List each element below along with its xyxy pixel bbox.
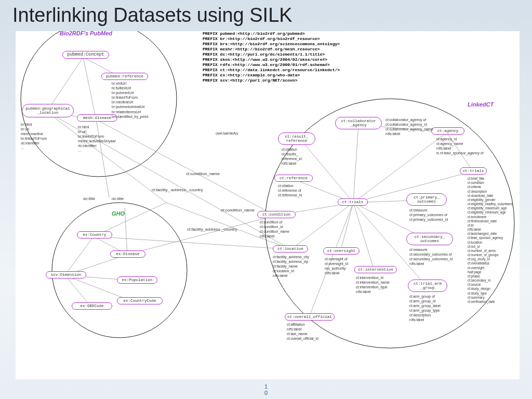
node-ct-overall: ct:overall_official bbox=[285, 313, 335, 321]
attrs-mesh-disease: br:html br:url br:linkedToFrom meshr:act… bbox=[78, 125, 116, 153]
node-ex-population: ex:Population bbox=[117, 276, 157, 284]
diagram-canvas: PREFIX pubmed:<http://bio2rdf.org/pubmed… bbox=[16, 31, 520, 379]
attrs-ct-condition: ct:condition of ct:condition_id ct:condi… bbox=[260, 220, 289, 238]
diagram-edges-svg bbox=[16, 31, 520, 379]
attrs-ct-result-ref: ct:citation ct:results_ reference_id rdf… bbox=[282, 147, 302, 166]
svg-line-29 bbox=[291, 203, 353, 249]
svg-point-1 bbox=[52, 203, 187, 338]
node-ct-location: ct:location bbox=[273, 245, 308, 252]
edge-dc-title-1: dc:title bbox=[83, 196, 95, 201]
group-title-gho: GHO bbox=[112, 210, 125, 217]
edge-ct-fac-addr: ct:facility_ address_ country bbox=[152, 188, 203, 192]
svg-line-23 bbox=[301, 140, 353, 203]
svg-line-18 bbox=[125, 208, 127, 255]
node-ex-countrycode: ex:CountryCode bbox=[117, 297, 163, 304]
edge-ct-cond-name-1: ct:condition_name bbox=[186, 171, 220, 176]
node-ct-oversight: ct:oversight bbox=[323, 247, 360, 255]
node-ct-agency: ct:agency bbox=[431, 127, 464, 135]
node-ex-country: ex:Country bbox=[77, 231, 112, 238]
attrs-ct-collab: ct:collaborator_agency of ct:collaborato… bbox=[385, 117, 433, 136]
attrs-ct-reference: ct:citation ct:reference of ct:reference… bbox=[278, 183, 302, 197]
svg-line-14 bbox=[127, 216, 275, 255]
attrs-ct-secondary: ct:measure ct:secondary_outcomes of ct:s… bbox=[409, 247, 453, 266]
svg-line-30 bbox=[340, 203, 353, 252]
node-ct-trials-right: ct:trials bbox=[460, 167, 487, 175]
group-title-linkedct: LinkedCT bbox=[468, 101, 494, 108]
svg-line-5 bbox=[83, 57, 96, 119]
svg-line-13 bbox=[96, 119, 275, 216]
svg-line-11 bbox=[65, 275, 91, 307]
page-number-bottom: 0 bbox=[264, 390, 268, 396]
node-scv-dimension: scv:Dimension bbox=[46, 271, 86, 278]
svg-line-24 bbox=[353, 132, 447, 203]
node-pubmed-reference: pubmed:reference bbox=[101, 73, 148, 80]
node-ct-trials-center: ct:trials bbox=[338, 198, 368, 206]
edge-ct-fac-addr-2: ct:facility_address _country bbox=[187, 228, 237, 232]
node-ct-result-ref: ct:result_ reference bbox=[278, 132, 315, 145]
svg-line-31 bbox=[353, 203, 374, 270]
svg-line-22 bbox=[353, 125, 358, 203]
attrs-pubmed-geo: br:html br:url mesh:inactive br:linkedTo… bbox=[21, 122, 47, 151]
node-ex-disease: ex:Disease bbox=[110, 250, 145, 258]
page-title: Interlinking Datasets using SILK bbox=[12, 4, 292, 26]
prefix-declarations: PREFIX pubmed:<http://bio2rdf.org/pubmed… bbox=[203, 31, 340, 83]
attrs-ct-location: ct:facility_address_city ct:facility_add… bbox=[273, 255, 309, 278]
edge-dc-title-2: dc:title bbox=[112, 196, 124, 201]
svg-line-8 bbox=[65, 236, 94, 275]
attrs-pubmed-ref: br:xmlUrl br:fulltextUrl br:pubmedUrl br… bbox=[112, 81, 148, 119]
edge-owl-sameas: owl:sameAs bbox=[216, 131, 238, 136]
edge-ct-cond-name-2: ct:condition_name bbox=[221, 208, 255, 212]
group-title-bio2rdf: Bio2RDF's PubMed bbox=[60, 30, 112, 36]
attrs-ct-agency: ct:agency_id ct:agency_name rdfs:label i… bbox=[436, 137, 484, 155]
page-number-top: 1 bbox=[264, 383, 268, 390]
attrs-ct-oversight: ct:oversight of ct:oversight_id mo_autho… bbox=[325, 257, 348, 275]
node-ct-intervention: ct:intervention bbox=[354, 266, 397, 273]
attrs-ct-trial-arm: ct:arm_group of ct:arm_group_id ct:arm_g… bbox=[409, 294, 441, 323]
node-ct-collab: ct:collaborator _agency bbox=[335, 117, 382, 129]
attrs-ct-intervention: ct:intervention_id ct:intervention_name … bbox=[356, 275, 390, 294]
attrs-ct-overall: ct:affiliation rdfs:label ct:last_name c… bbox=[287, 322, 318, 341]
node-ct-reference: ct:reference bbox=[274, 175, 313, 182]
node-ex-gbdcode: ex:GBDCode bbox=[72, 302, 112, 310]
node-pubmed-concept: pubmed:Concept bbox=[62, 51, 109, 59]
node-ct-condition: ct:condition bbox=[257, 211, 296, 218]
attrs-ct-primary: ct:measure ct:primary_outcomes of ct:pri… bbox=[409, 208, 448, 222]
node-ct-secondary: ct:secondary_ outcomes bbox=[406, 233, 453, 245]
node-pubmed-geo: pubmed:geographical _location bbox=[22, 104, 74, 117]
node-ct-primary: ct:primary_ outcomes bbox=[406, 193, 447, 206]
page-number: 1 0 bbox=[264, 383, 268, 396]
attrs-ct-trials: ct:brief_title ct:condition ct:criteria … bbox=[468, 177, 513, 304]
node-ct-trial-arm: ct:trial_arm _group bbox=[408, 280, 447, 292]
